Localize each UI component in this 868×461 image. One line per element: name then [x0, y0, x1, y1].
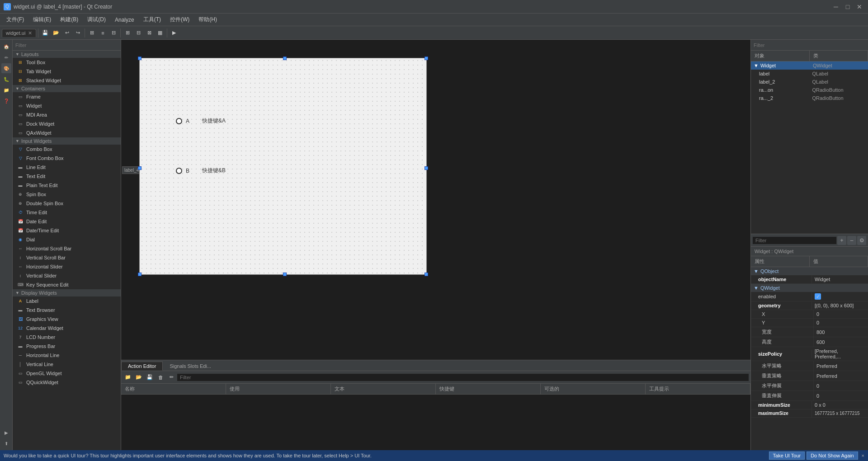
containers-section[interactable]: ▼ Containers: [13, 85, 121, 92]
menu-item-e[interactable]: 编辑(E): [28, 14, 56, 25]
undo-btn[interactable]: ↩: [62, 28, 72, 38]
obj-row-radio1[interactable]: ra...on QRadioButton: [751, 86, 868, 94]
debug-icon[interactable]: 🐛: [1, 74, 11, 84]
help-icon[interactable]: ❓: [1, 96, 11, 106]
widget-item-combobox[interactable]: ▽ Combo Box: [13, 145, 121, 154]
prop-y-value[interactable]: 0: [814, 319, 868, 327]
widget-item-label[interactable]: A Label: [13, 296, 121, 306]
upload-icon[interactable]: ⬆: [1, 438, 11, 448]
projects-icon[interactable]: 📁: [1, 85, 11, 95]
prop-settings-btn[interactable]: ⚙: [857, 236, 866, 245]
menu-item-t[interactable]: 工具(T): [139, 14, 165, 25]
prop-sizepolicy-value[interactable]: [Preferred, Preferred,...: [812, 347, 868, 361]
prop-vpolicy-value[interactable]: Preferred: [814, 372, 868, 380]
widget-item-timeedit[interactable]: ⏱ Time Edit: [13, 208, 121, 217]
obj-filter-input[interactable]: [754, 42, 865, 48]
tab-close-icon[interactable]: ✕: [28, 30, 32, 36]
prop-hpolicy-value[interactable]: Preferred: [814, 362, 868, 370]
display-widgets-section[interactable]: ▼ Display Widgets: [13, 289, 121, 296]
widget-item-hslider[interactable]: ↔ Horizontal Slider: [13, 262, 121, 271]
widget-item-plaintextedit[interactable]: ▬ Plain Text Edit: [13, 181, 121, 190]
prop-add-btn[interactable]: +: [837, 236, 846, 245]
handle-bm[interactable]: [283, 273, 287, 276]
prop-minus-btn[interactable]: –: [847, 236, 856, 245]
widget-item-doublespinbox[interactable]: ⊕ Double Spin Box: [13, 199, 121, 208]
widget-item-qaxwidget[interactable]: ▭ QAxWidget: [13, 128, 121, 137]
minimize-button[interactable]: ─: [831, 2, 841, 12]
widget-item-vscrollbar[interactable]: ↕ Vertical Scroll Bar: [13, 253, 121, 262]
widget-item-tabwidget[interactable]: ⊟ Tab Widget: [13, 67, 121, 76]
radio-b[interactable]: [176, 168, 182, 174]
file-tab[interactable]: widget.ui ✕: [2, 29, 36, 37]
widget-item-graphicsview[interactable]: 🖼 Graphics View: [13, 315, 121, 324]
prop-vstretch-value[interactable]: 0: [814, 392, 868, 400]
action-edit-btn[interactable]: ✏: [166, 372, 176, 382]
widget-item-spinbox[interactable]: ⊕ Spin Box: [13, 190, 121, 199]
layouts-section[interactable]: ▼ Layouts: [13, 51, 121, 58]
layout-grid-btn[interactable]: ⊠: [144, 28, 154, 38]
widget-item-dateedit[interactable]: 📅 Date Edit: [13, 217, 121, 226]
widget-item-progressbar[interactable]: ▬ Progress Bar: [13, 342, 121, 351]
close-button[interactable]: ✕: [854, 2, 864, 12]
widget-item-mdiarea[interactable]: ▭ MDI Area: [13, 110, 121, 119]
menu-item-w[interactable]: 控件(W): [165, 14, 194, 25]
action-save-btn[interactable]: 💾: [145, 372, 155, 382]
menu-item-f[interactable]: 文件(F): [2, 14, 28, 25]
handle-tr[interactable]: [425, 56, 428, 60]
widget-item-calendar[interactable]: 12 Calendar Widget: [13, 324, 121, 333]
prop-minsize-value[interactable]: 0 x 0: [812, 401, 868, 409]
widget-item-datetimeedit[interactable]: 📅 Date/Time Edit: [13, 226, 121, 235]
handle-tl[interactable]: [138, 56, 142, 60]
design-canvas[interactable]: A 快捷键&A B 快捷键&B: [139, 58, 427, 275]
handle-mr[interactable]: [425, 166, 428, 170]
widget-item-vline[interactable]: │ Vertical Line: [13, 360, 121, 369]
action-open-btn[interactable]: 📂: [134, 372, 144, 382]
enabled-checkbox[interactable]: ✓: [815, 293, 821, 300]
menu-item-analyze[interactable]: Analyze: [110, 15, 139, 25]
prop-height-value[interactable]: 600: [814, 338, 868, 346]
widget-item-lcdnumber[interactable]: 7 LCD Number: [13, 333, 121, 342]
widget-item-dockwidget[interactable]: ▭ Dock Widget: [13, 119, 121, 128]
widget-item-textedit[interactable]: ▬ Text Edit: [13, 172, 121, 181]
handle-bl[interactable]: [138, 273, 142, 276]
prop-maxsize-value[interactable]: 16777215 x 16777215: [812, 409, 868, 417]
do-not-show-button[interactable]: Do Not Show Again: [807, 452, 858, 460]
menu-item-b[interactable]: 构建(B): [56, 14, 83, 25]
open-btn[interactable]: 📂: [51, 28, 61, 38]
handle-ml[interactable]: [138, 166, 142, 170]
action-delete-btn[interactable]: 🗑: [156, 372, 165, 382]
widget-item-lineedit[interactable]: ▬ Line Edit: [13, 163, 121, 172]
prop-objectname-value[interactable]: Widget: [812, 275, 868, 283]
save-btn[interactable]: 💾: [40, 28, 50, 38]
tab-action-editor[interactable]: Action Editor: [121, 362, 163, 371]
widget-item-dial[interactable]: ◉ Dial: [13, 235, 121, 244]
widget-item-stacked[interactable]: ⊠ Stacked Widget: [13, 76, 121, 85]
run-icon[interactable]: ▶: [1, 428, 11, 437]
widget-item-textbrowser[interactable]: ▬ Text Browser: [13, 306, 121, 315]
preview-btn[interactable]: ▶: [169, 28, 179, 38]
layout-form-btn[interactable]: ▦: [155, 28, 165, 38]
prop-hstretch-value[interactable]: 0: [814, 382, 868, 390]
align-right-btn[interactable]: ⊟: [108, 28, 118, 38]
widget-item-hline[interactable]: ─ Horizontal Line: [13, 351, 121, 360]
layout-v-btn[interactable]: ⊟: [133, 28, 143, 38]
edit-icon[interactable]: ✏: [1, 52, 11, 62]
menu-item-d[interactable]: 调试(D): [83, 14, 110, 25]
menu-item-h[interactable]: 帮助(H): [194, 14, 222, 25]
welcome-icon[interactable]: 🏠: [1, 42, 11, 52]
align-center-btn[interactable]: ≡: [98, 28, 108, 38]
prop-x-value[interactable]: 0: [814, 310, 868, 318]
qwidget-section[interactable]: ▼ QWidget: [751, 284, 868, 292]
widget-item-qquick[interactable]: ▭ QQuickWidget: [13, 378, 121, 387]
tab-signals-slots[interactable]: Signals Slots Edi...: [163, 362, 218, 371]
input-widgets-section[interactable]: ▼ Input Widgets: [13, 137, 121, 145]
handle-br[interactable]: [425, 273, 428, 276]
layout-h-btn[interactable]: ⊞: [123, 28, 132, 38]
props-filter-input[interactable]: [753, 237, 836, 244]
qobject-section[interactable]: ▼ QObject: [751, 267, 868, 275]
widget-item-fontcombo[interactable]: ▽ Font Combo Box: [13, 154, 121, 163]
tour-close-button[interactable]: ×: [862, 453, 864, 458]
widget-item-widget[interactable]: ▭ Widget: [13, 101, 121, 110]
design-icon[interactable]: 🎨: [1, 63, 11, 73]
prop-width-value[interactable]: 800: [814, 328, 868, 336]
